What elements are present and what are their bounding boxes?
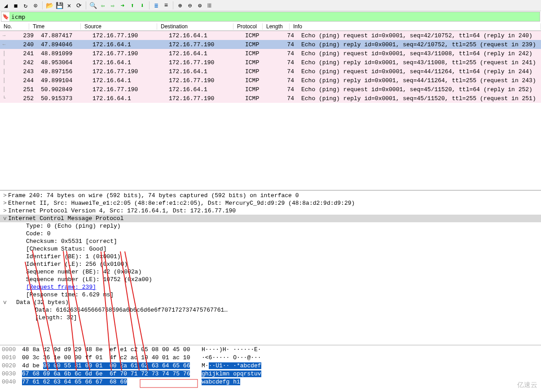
column-header-destination[interactable]: Destination (157, 23, 233, 30)
reload-icon[interactable]: ⟳ (75, 1, 84, 10)
cell-info: Echo (ping) reply id=0x0001, seq=45/1152… (298, 95, 541, 102)
detail-line[interactable]: vInternet Control Message Protocol (0, 215, 541, 222)
open-file-icon[interactable]: 📂 (45, 1, 54, 10)
resize-columns-icon[interactable]: ⫼ (205, 1, 214, 10)
hex-ascii: ·<6····· O···@··· (202, 354, 261, 362)
cell-length: 74 (271, 68, 298, 75)
capture-options-icon[interactable]: ⊙ (31, 1, 40, 10)
cell-length: 74 (271, 32, 298, 39)
column-header-protocol[interactable]: Protocol (233, 23, 263, 30)
packet-row[interactable]: →23947.887417172.16.77.190172.16.64.1ICM… (0, 31, 541, 40)
expand-caret-icon[interactable]: > (2, 207, 8, 214)
cell-source: 172.16.64.1 (89, 59, 165, 66)
back-icon[interactable]: ⇦ (98, 1, 107, 10)
hex-ascii: wabcdefg hi (202, 379, 240, 387)
filter-bookmark-icon[interactable]: 🔖 (1, 13, 9, 21)
packet-row[interactable]: │25150.902849172.16.77.190172.16.64.1ICM… (0, 85, 541, 94)
cell-info: Echo (ping) reply id=0x0001, seq=43/1100… (298, 59, 541, 66)
start-capture-icon[interactable]: ◢ (1, 1, 10, 10)
filter-bar: 🔖 (1, 12, 540, 22)
autoscroll-icon[interactable]: ≣ (152, 1, 161, 10)
hex-ascii: M···U1·· ·*abcdef (202, 362, 261, 370)
cell-no: 239 (8, 32, 37, 39)
request-frame-link[interactable]: [Request frame: 239] (26, 284, 96, 291)
cell-protocol: ICMP (242, 68, 271, 75)
last-packet-icon[interactable]: ⬇ (138, 1, 147, 10)
packet-row[interactable]: │24248.953064172.16.64.1172.16.77.190ICM… (0, 58, 541, 67)
detail-line[interactable]: [Response time: 6.629 ms] (0, 291, 541, 299)
forward-icon[interactable]: ⇨ (108, 1, 117, 10)
cell-time: 49.899104 (37, 77, 89, 84)
column-header-length[interactable]: Length (263, 23, 290, 30)
cell-length: 74 (271, 59, 298, 66)
detail-text: Internet Control Message Protocol (8, 215, 123, 222)
goto-packet-icon[interactable]: ➜ (118, 1, 127, 10)
detail-line[interactable]: Data: 6162636465666768696a6b6c6d6e6f7071… (0, 306, 541, 314)
detail-line[interactable]: Identifier (BE): 1 (0x0001) (0, 253, 541, 260)
detail-line[interactable]: Code: 0 (0, 230, 541, 238)
packet-row[interactable]: │24349.897156172.16.77.190172.16.64.1ICM… (0, 67, 541, 76)
hex-line[interactable]: 004077 61 62 63 64 65 66 67 68 69wabcdef… (0, 379, 541, 387)
column-header-info[interactable]: Info (290, 23, 541, 30)
packet-row[interactable]: │24148.891099172.16.77.190172.16.64.1ICM… (0, 49, 541, 58)
hex-line[interactable]: 000048 8a d2 9d d9 29 48 8e ef e1 c2 05 … (0, 346, 541, 354)
detail-text: Data (32 bytes) (8, 299, 69, 306)
detail-line[interactable]: vData (32 bytes) (0, 299, 541, 306)
packet-row[interactable]: │24449.899104172.16.64.1172.16.77.190ICM… (0, 76, 541, 85)
column-header-time[interactable]: Time (29, 23, 81, 30)
cell-time: 50.915373 (37, 95, 89, 102)
save-file-icon[interactable]: 💾 (55, 1, 64, 10)
cell-source: 172.16.64.1 (89, 41, 165, 48)
detail-line[interactable]: Sequence number (BE): 42 (0x002a) (0, 268, 541, 276)
detail-text: Frame 240: 74 bytes on wire (592 bits), … (8, 192, 299, 199)
packet-row[interactable]: ←24047.894046172.16.64.1172.16.77.190ICM… (0, 40, 541, 49)
cell-protocol: ICMP (242, 50, 271, 57)
cell-destination: 172.16.64.1 (165, 68, 242, 75)
zoom-out-icon[interactable]: ⊖ (185, 1, 194, 10)
detail-line[interactable]: >Ethernet II, Src: HuaweiTe_e1:c2:05 (48… (0, 199, 541, 207)
detail-line[interactable]: >Frame 240: 74 bytes on wire (592 bits),… (0, 192, 541, 199)
cell-time: 47.887417 (37, 32, 89, 39)
detail-line[interactable]: Sequence number (LE): 10752 (0x2a00) (0, 276, 541, 283)
zoom-in-icon[interactable]: ⊕ (176, 1, 185, 10)
first-packet-icon[interactable]: ⬆ (128, 1, 137, 10)
detail-text: Checksum: 0x5531 [correct] (8, 238, 117, 245)
cell-info: Echo (ping) reply id=0x0001, seq=44/1126… (298, 77, 541, 84)
cell-destination: 172.16.77.190 (165, 41, 242, 48)
cell-no: 240 (8, 41, 37, 48)
detail-line[interactable]: Checksum: 0x5531 [correct] (0, 238, 541, 245)
hex-line[interactable]: 00204d be 00 00 55 31 00 01 00 2a 61 62 … (0, 362, 541, 370)
stop-capture-icon[interactable]: ◼ (11, 1, 20, 10)
detail-line[interactable]: >Internet Protocol Version 4, Src: 172.1… (0, 207, 541, 215)
cell-no: 252 (8, 95, 37, 102)
find-icon[interactable]: 🔍 (88, 1, 97, 10)
detail-line[interactable]: [Checksum Status: Good] (0, 245, 541, 253)
hex-dump-pane: 000048 8a d2 9d d9 29 48 8e ef e1 c2 05 … (0, 345, 541, 390)
close-file-icon[interactable]: ✕ (65, 1, 74, 10)
packet-tree-glyph: │ (0, 78, 8, 83)
hex-offset: 0020 (2, 362, 22, 370)
detail-line[interactable]: Identifier (LE): 256 (0x0100) (0, 260, 541, 268)
hex-bytes: 4d be 00 00 55 31 00 01 00 2a 61 62 63 6… (22, 362, 202, 370)
detail-line[interactable]: Type: 0 (Echo (ping) reply) (0, 222, 541, 230)
expand-caret-icon[interactable]: v (2, 215, 8, 222)
zoom-reset-icon[interactable]: ⊜ (195, 1, 204, 10)
cell-time: 50.902849 (37, 86, 89, 93)
packet-row[interactable]: └25250.915373172.16.64.1172.16.77.190ICM… (0, 94, 541, 103)
hex-line[interactable]: 001000 3c 36 1e 00 00 ff 01 4f c2 ac 10 … (0, 354, 541, 362)
cell-source: 172.16.64.1 (89, 77, 165, 84)
restart-capture-icon[interactable]: ↻ (21, 1, 30, 10)
column-header-source[interactable]: Source (81, 23, 157, 30)
colorize-icon[interactable]: ≡ (162, 1, 171, 10)
expand-caret-icon[interactable]: > (2, 192, 8, 199)
display-filter-input[interactable] (9, 12, 540, 21)
detail-line[interactable]: [Request frame: 239] (0, 283, 541, 291)
cell-destination: 172.16.64.1 (165, 86, 242, 93)
column-header-no[interactable]: No. (0, 23, 29, 30)
expand-caret-icon[interactable]: > (2, 200, 8, 207)
cell-no: 243 (8, 68, 37, 75)
hex-line[interactable]: 003067 68 69 6a 6b 6c 6d 6e 6f 70 71 72 … (0, 370, 541, 379)
detail-line[interactable]: [Length: 32] (0, 314, 541, 322)
detail-text: [Length: 32] (8, 314, 77, 321)
expand-caret-icon[interactable]: v (2, 299, 8, 306)
